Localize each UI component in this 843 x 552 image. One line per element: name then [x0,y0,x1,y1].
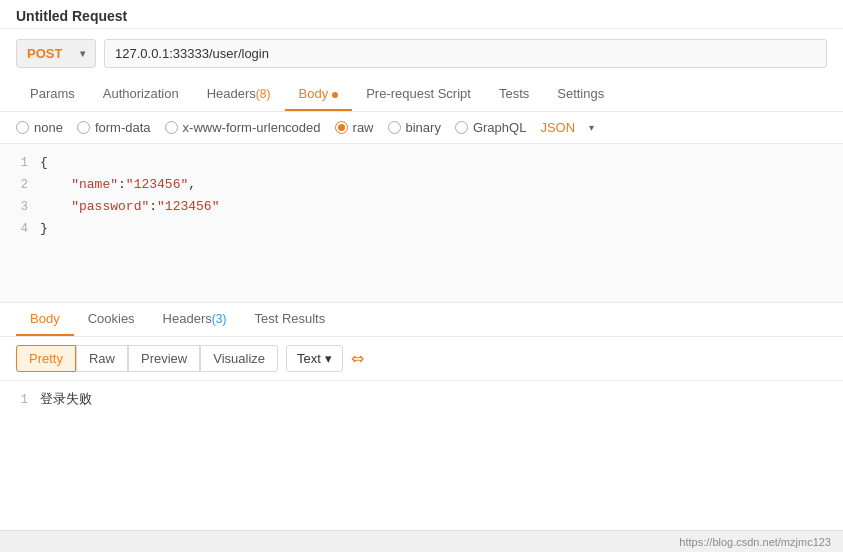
view-visualize-button[interactable]: Visualize [200,345,278,372]
page-title: Untitled Request [16,8,827,24]
json-value-name: "123456" [126,177,188,192]
editor-line-1: 1 { [0,152,843,174]
json-value-password: "123456" [157,199,219,214]
response-tabs: Body Cookies Headers(3) Test Results [0,303,843,337]
line-num-3: 3 [0,196,40,218]
editor-area[interactable]: 1 { 2 "name":"123456", 3 "password":"123… [0,143,843,303]
app-container: Untitled Request POST ▾ Params Authoriza… [0,0,843,552]
response-line-1: 1 登录失败 [0,389,843,411]
line-num-4: 4 [0,218,40,240]
json-dropdown-arrow[interactable]: ▾ [589,122,594,133]
line-brace-open: { [40,152,48,174]
body-options: none form-data x-www-form-urlencoded raw… [0,112,843,143]
json-key-password: "password" [71,199,149,214]
format-dropdown-arrow: ▾ [325,351,332,366]
tab-settings[interactable]: Settings [543,78,618,111]
response-body: 1 登录失败 [0,381,843,530]
method-select[interactable]: POST ▾ [16,39,96,68]
line-2-content: "name":"123456", [40,174,196,196]
editor-line-2: 2 "name":"123456", [0,174,843,196]
resp-tab-cookies[interactable]: Cookies [74,303,149,336]
title-bar: Untitled Request [0,0,843,29]
footer-bar: https://blog.csdn.net/mzjmc123 [0,530,843,552]
resp-tab-test-results[interactable]: Test Results [240,303,339,336]
radio-graphql [455,121,468,134]
format-label: Text [297,351,321,366]
format-dropdown[interactable]: Text ▾ [286,345,343,372]
option-none[interactable]: none [16,120,63,135]
footer-link[interactable]: https://blog.csdn.net/mzjmc123 [679,536,831,548]
tab-pre-request[interactable]: Pre-request Script [352,78,485,111]
response-section: Body Cookies Headers(3) Test Results Pre… [0,303,843,530]
url-input[interactable] [104,39,827,68]
line-num-2: 2 [0,174,40,196]
response-toolbar: Pretty Raw Preview Visualize Text ▾ ⇔ [0,337,843,381]
resp-line-num-1: 1 [0,389,40,411]
editor-line-3: 3 "password":"123456" [0,196,843,218]
view-raw-button[interactable]: Raw [76,345,128,372]
wrap-icon[interactable]: ⇔ [351,349,364,368]
headers-badge: (8) [256,87,271,101]
tab-headers[interactable]: Headers(8) [193,78,285,111]
radio-urlencoded [165,121,178,134]
json-key-name: "name" [71,177,118,192]
tab-authorization[interactable]: Authorization [89,78,193,111]
body-dot-indicator [332,92,338,98]
tab-params[interactable]: Params [16,78,89,111]
view-pretty-button[interactable]: Pretty [16,345,76,372]
option-graphql[interactable]: GraphQL [455,120,526,135]
json-format-label[interactable]: JSON [540,120,575,135]
request-bar: POST ▾ [0,29,843,78]
tab-body[interactable]: Body [285,78,353,111]
resp-headers-badge: (3) [212,312,227,326]
resp-line-content-1: 登录失败 [40,389,92,411]
chevron-down-icon: ▾ [80,48,85,59]
line-3-content: "password":"123456" [40,196,219,218]
radio-none [16,121,29,134]
radio-form-data [77,121,90,134]
resp-tab-headers[interactable]: Headers(3) [149,303,241,336]
editor-line-4: 4 } [0,218,843,240]
line-num-1: 1 [0,152,40,174]
radio-binary [388,121,401,134]
view-preview-button[interactable]: Preview [128,345,200,372]
resp-tab-body[interactable]: Body [16,303,74,336]
method-label: POST [27,46,62,61]
request-tabs-bar: Params Authorization Headers(8) Body Pre… [0,78,843,112]
option-urlencoded[interactable]: x-www-form-urlencoded [165,120,321,135]
option-binary[interactable]: binary [388,120,441,135]
radio-raw [335,121,348,134]
option-form-data[interactable]: form-data [77,120,151,135]
tab-tests[interactable]: Tests [485,78,543,111]
line-brace-close: } [40,218,48,240]
option-raw[interactable]: raw [335,120,374,135]
